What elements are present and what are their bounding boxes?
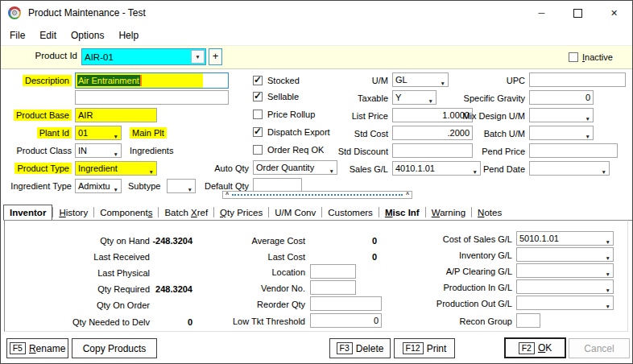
- chevron-down-icon: ▼: [606, 284, 610, 294]
- menu-bar: File Edit Options Help: [1, 25, 632, 46]
- location-input[interactable]: [310, 264, 356, 279]
- tab-history[interactable]: History: [53, 205, 93, 220]
- tab-customers[interactable]: Customers: [322, 205, 379, 220]
- order-req-ok-checkbox[interactable]: [253, 145, 263, 155]
- std-discount-label: Std Discount: [307, 145, 388, 158]
- maximize-button[interactable]: [560, 1, 596, 25]
- tab-components[interactable]: Components: [94, 205, 158, 220]
- chevron-down-icon: ▼: [585, 130, 590, 140]
- last-physical-value: [106, 267, 192, 279]
- batch-um-label: Batch U/M: [436, 127, 525, 140]
- production-out-gl-label: Production Out G/L: [402, 297, 512, 310]
- inactive-label: Inactive: [582, 51, 613, 64]
- low-tkt-threshold-input[interactable]: 0: [310, 313, 382, 328]
- um-label: U/M: [307, 74, 388, 87]
- description-highlight: Air Entrainment: [76, 73, 203, 88]
- production-out-gl-select[interactable]: ▼: [516, 296, 614, 310]
- low-tkt-threshold-label: Low Tkt Threshold: [202, 315, 305, 328]
- production-in-gl-select[interactable]: ▼: [516, 279, 614, 294]
- price-rollup-checkbox[interactable]: [253, 110, 263, 119]
- chevron-down-icon: ▼: [606, 268, 610, 278]
- upc-input[interactable]: [529, 72, 626, 87]
- mix-design-um-select[interactable]: ▼: [529, 108, 594, 122]
- copy-products-button[interactable]: Copy Products: [72, 338, 157, 358]
- menu-file[interactable]: File: [2, 30, 32, 41]
- specific-gravity-label: Specific Gravity: [436, 92, 525, 105]
- ap-clearing-gl-select[interactable]: ▼: [516, 263, 614, 278]
- f2-keycap: F2: [519, 342, 535, 354]
- cancel-button[interactable]: Cancel: [569, 338, 630, 358]
- tab-batch-xref[interactable]: Batch Xref: [159, 205, 213, 220]
- title-bar: ⚙ Product Maintenance - Test ─ ✕: [1, 1, 632, 25]
- vendor-no-label: Vendor No.: [202, 282, 305, 295]
- tab-um-conv[interactable]: U/M Conv: [269, 205, 321, 220]
- chevron-up-icon: ^: [406, 192, 409, 197]
- last-cost-label: Last Cost: [202, 250, 305, 263]
- inventory-gl-select[interactable]: ▼: [516, 247, 614, 262]
- tab-misc-info[interactable]: Misc Inf: [379, 205, 425, 220]
- product-type-select[interactable]: Ingredient▼: [75, 161, 157, 176]
- taxable-select[interactable]: Y▼: [392, 90, 436, 105]
- product-class-label: Product Class: [1, 144, 72, 157]
- description-label: Description: [1, 74, 72, 87]
- ingredient-type-select[interactable]: Admixtu▼: [75, 179, 122, 193]
- plant-id-select[interactable]: 01▼: [75, 126, 122, 140]
- chevron-down-icon: ▼: [606, 236, 610, 246]
- average-cost-value: 0: [307, 234, 377, 247]
- inventory-gl-label: Inventory G/L: [402, 249, 512, 262]
- recon-group-input[interactable]: [516, 313, 540, 328]
- tab-qty-prices[interactable]: Qty Prices: [214, 205, 268, 220]
- last-cost-value: 0: [307, 250, 377, 263]
- qty-needed-to-delv-value: 0: [106, 316, 192, 329]
- rename-button[interactable]: F5 Rename: [6, 338, 68, 358]
- stocked-label: Stocked: [267, 74, 300, 87]
- menu-options[interactable]: Options: [64, 30, 111, 41]
- maximize-icon: [573, 9, 582, 18]
- sales-gl-label: Sales G/L: [307, 163, 388, 176]
- minimize-button[interactable]: ─: [523, 1, 560, 25]
- reorder-qty-input[interactable]: [310, 296, 382, 311]
- dispatch-export-checkbox[interactable]: [253, 127, 263, 137]
- product-base-input[interactable]: AIR: [75, 108, 157, 122]
- delete-button[interactable]: F3 Delete: [329, 338, 391, 358]
- window-controls: ─ ✕: [523, 1, 632, 25]
- chevron-down-icon[interactable]: ▼: [191, 50, 205, 64]
- cost-of-sales-gl-select[interactable]: 5010.1.01▼: [516, 231, 614, 246]
- ok-button[interactable]: F2 OK: [504, 337, 566, 358]
- print-button[interactable]: F12 Print: [394, 338, 455, 358]
- product-class-select[interactable]: IN▼: [75, 143, 122, 158]
- average-cost-label: Average Cost: [202, 234, 305, 247]
- tab-inventory[interactable]: Inventor: [3, 205, 52, 221]
- tab-warning[interactable]: Warning: [426, 205, 471, 220]
- tab-notes[interactable]: Notes: [472, 205, 507, 220]
- stocked-checkbox[interactable]: [253, 76, 263, 85]
- tab-strip: Inventor History Components Batch Xref Q…: [3, 201, 632, 221]
- close-button[interactable]: ✕: [596, 1, 632, 25]
- pend-price-input[interactable]: [529, 143, 618, 158]
- chevron-up-icon: ^: [225, 192, 229, 197]
- pend-date-select[interactable]: ▼: [529, 161, 610, 176]
- qty-on-order-value: [106, 299, 192, 312]
- menu-help[interactable]: Help: [111, 30, 146, 41]
- chevron-down-icon: ▼: [149, 166, 154, 176]
- sellable-checkbox[interactable]: [253, 92, 263, 101]
- product-type-label: Product Type: [1, 162, 72, 175]
- description2-input[interactable]: [75, 90, 229, 105]
- subtype-label: Subtype: [128, 180, 160, 192]
- description-input[interactable]: Air Entrainment: [75, 72, 229, 89]
- product-maintenance-window: ⚙ Product Maintenance - Test ─ ✕ File Ed…: [0, 0, 633, 364]
- inactive-checkbox[interactable]: [569, 52, 578, 62]
- reorder-qty-label: Reorder Qty: [202, 298, 305, 311]
- splitter-handle[interactable]: ^ ^: [222, 191, 412, 199]
- menu-edit[interactable]: Edit: [32, 30, 64, 41]
- add-product-button[interactable]: +: [209, 48, 222, 65]
- text-caret: [140, 75, 142, 86]
- batch-um-select[interactable]: ▼: [529, 126, 594, 140]
- plant-id-label: Plant Id: [1, 126, 72, 139]
- product-id-combobox[interactable]: AIR-01 ▼: [81, 48, 206, 65]
- production-in-gl-label: Production In G/L: [402, 281, 512, 294]
- chevron-down-icon: ▼: [585, 113, 590, 122]
- specific-gravity-input[interactable]: 0: [529, 90, 594, 105]
- vendor-no-input[interactable]: [310, 280, 356, 295]
- upc-label: UPC: [436, 74, 525, 87]
